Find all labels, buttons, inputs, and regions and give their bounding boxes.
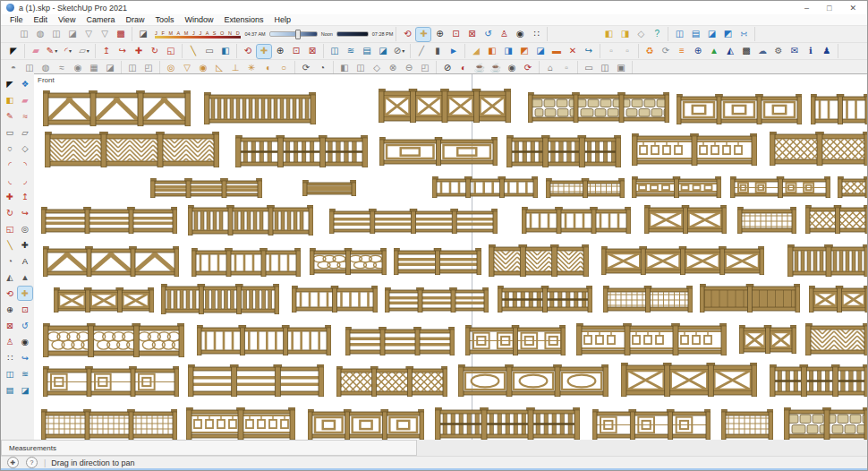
pan-tool-icon[interactable]: ✚ xyxy=(257,45,271,58)
tape-measure-icon[interactable]: ╲ xyxy=(186,45,200,58)
fence-model-solid[interactable] xyxy=(700,284,800,313)
menu-item-help[interactable]: Help xyxy=(268,14,296,25)
circle-tool-icon[interactable]: ○ xyxy=(3,141,17,155)
section-display-icon[interactable]: ▤ xyxy=(3,383,17,397)
shapes-tool-icon[interactable]: ▱▾ xyxy=(77,45,91,58)
solid-split-icon[interactable]: ▬ xyxy=(549,45,564,58)
arc-tool-icon[interactable]: ◜ xyxy=(3,158,17,171)
menu-item-window[interactable]: Window xyxy=(179,14,218,25)
move-tool-icon[interactable]: ✚ xyxy=(132,45,146,58)
shadow-date-slider[interactable]: J F M A M J J A S O N D xyxy=(155,30,241,39)
fence-model-xcross[interactable] xyxy=(54,287,154,313)
zoom-extents-icon[interactable]: ⊠ xyxy=(305,45,319,58)
menu-item-edit[interactable]: Edit xyxy=(29,14,54,25)
fence-model-picket[interactable] xyxy=(204,92,316,124)
zoom-extents-icon[interactable]: ⊠ xyxy=(3,319,17,332)
fence-model-vbars[interactable] xyxy=(191,248,301,277)
zoom-previous-icon[interactable]: ↺ xyxy=(18,319,32,332)
fence-model-oval[interactable] xyxy=(458,364,608,397)
line-tool-icon[interactable]: ✎ xyxy=(3,109,17,123)
section-plane-icon[interactable]: ◫ xyxy=(328,45,342,58)
layout-icon-5[interactable]: ∺ xyxy=(736,28,751,41)
component-box-icon-3[interactable]: ◇ xyxy=(634,28,648,41)
two-point-arc-icon[interactable]: ◝ xyxy=(18,158,32,171)
fence-model-xcross[interactable] xyxy=(644,205,727,234)
user-icon[interactable]: ♟ xyxy=(820,45,834,58)
face-style-icon-5[interactable]: ▽ xyxy=(81,28,96,41)
fence-model-picket[interactable] xyxy=(787,244,867,277)
axes-tool-icon[interactable]: ✚ xyxy=(18,238,32,252)
fence-model-rectpanel[interactable] xyxy=(308,409,424,440)
move-tool-icon[interactable]: ✚ xyxy=(3,190,17,203)
help-icon[interactable]: ? xyxy=(26,457,38,468)
fence-model-lattice[interactable] xyxy=(805,205,867,234)
fence-model-balusters[interactable] xyxy=(770,364,867,397)
fence-model-picket[interactable] xyxy=(188,205,313,236)
dropdown-caret-icon[interactable]: ▾ xyxy=(69,48,72,54)
fence-model-hbars[interactable] xyxy=(385,287,489,313)
chisel-tool-icon[interactable]: ◢ xyxy=(469,45,483,58)
rotate-tool-icon[interactable]: ↻ xyxy=(148,45,162,58)
pie-tool-icon[interactable]: ◞ xyxy=(18,174,32,187)
settings-gear-icon[interactable]: ⚙ xyxy=(771,45,786,58)
select-tool-icon[interactable]: ◤ xyxy=(3,77,17,90)
sandbox-tool-icon[interactable]: ▲ xyxy=(18,270,32,284)
upload-icon[interactable]: ▲ xyxy=(707,45,721,58)
fence-model-grid[interactable] xyxy=(737,207,796,234)
fence-model-diagonal[interactable] xyxy=(43,90,191,126)
scale-tool-icon[interactable]: ◱ xyxy=(3,222,17,236)
offset-tool-icon[interactable]: ◎ xyxy=(18,222,32,236)
fence-model-stone[interactable] xyxy=(528,92,669,123)
fence-model-hbars[interactable] xyxy=(150,178,262,198)
construction-line-icon[interactable]: ╱ xyxy=(414,45,429,58)
smart-arrow-icon[interactable]: ► xyxy=(447,45,461,58)
solid-union-icon[interactable]: ◧ xyxy=(485,45,499,58)
3d-text-tool-icon[interactable]: ◭ xyxy=(3,270,17,284)
fence-model-rope[interactable] xyxy=(43,323,184,357)
select-tool-icon[interactable]: ◤ xyxy=(6,45,21,58)
component-box-icon-2[interactable]: ◨ xyxy=(617,28,632,41)
fence-model-hbars[interactable] xyxy=(302,180,356,196)
component-box-icon-1[interactable]: ◧ xyxy=(601,28,616,41)
eraser-tool-icon[interactable]: ▰ xyxy=(18,93,32,107)
zoom-tool-icon[interactable]: ⊕ xyxy=(432,28,447,41)
cut-plan-icon[interactable]: ✕ xyxy=(566,45,580,58)
followme-tool-icon[interactable]: ↪ xyxy=(115,45,130,58)
fence-model-vbars[interactable] xyxy=(432,176,538,198)
position-camera-icon[interactable]: ♙ xyxy=(497,28,511,41)
line-tool-icon[interactable]: ✎▾ xyxy=(45,45,59,58)
fence-model-squares[interactable] xyxy=(465,325,566,355)
tape-measure-icon[interactable]: ╲ xyxy=(3,238,17,252)
fence-model-xcross[interactable] xyxy=(621,363,757,397)
zoom-window-icon[interactable]: ⊡ xyxy=(448,28,463,41)
fence-model-balusters[interactable] xyxy=(435,407,580,440)
lasso-plugin-icon[interactable]: ❖ xyxy=(18,77,32,90)
menu-item-draw[interactable]: Draw xyxy=(120,14,149,25)
fence-model-balusters[interactable] xyxy=(506,135,621,167)
section-fill-icon[interactable]: ≋ xyxy=(344,45,358,58)
fence-model-rope[interactable] xyxy=(310,248,387,275)
fence-model-lattice[interactable] xyxy=(336,366,447,397)
pattern-icon[interactable]: ▩ xyxy=(739,45,753,58)
zoom-tool-icon[interactable]: ⊕ xyxy=(3,303,17,316)
dropdown-caret-icon[interactable]: ▾ xyxy=(402,48,404,54)
text-tool-icon[interactable]: A xyxy=(18,254,32,268)
measurements-box[interactable]: Measurements xyxy=(1,440,417,456)
zoom-extents-icon[interactable]: ⊠ xyxy=(464,28,479,41)
eraser-tool-icon[interactable]: ▰ xyxy=(29,45,43,58)
column-tool-icon[interactable]: ▮ xyxy=(430,45,445,58)
orbit-tool-icon[interactable]: ⟲ xyxy=(241,45,255,58)
dimension-tool-icon[interactable]: ▭ xyxy=(202,45,217,58)
next-view-icon[interactable]: ↪ xyxy=(18,351,32,364)
pushpull-tool-icon[interactable]: ↥ xyxy=(18,190,32,203)
fence-model-hbars[interactable] xyxy=(394,248,481,275)
dropdown-caret-icon[interactable]: ▾ xyxy=(87,48,89,54)
fence-model-grid[interactable] xyxy=(41,409,177,440)
fence-model-vbars[interactable] xyxy=(292,286,378,313)
fence-model-squares[interactable] xyxy=(43,366,179,397)
component-help-icon[interactable]: ? xyxy=(650,28,664,41)
mail-icon[interactable]: ✉ xyxy=(787,45,802,58)
fence-model-meander[interactable] xyxy=(632,176,721,198)
fence-model-diagonal[interactable] xyxy=(43,246,179,277)
shadow-toggle-icon[interactable]: ◪ xyxy=(136,28,150,41)
